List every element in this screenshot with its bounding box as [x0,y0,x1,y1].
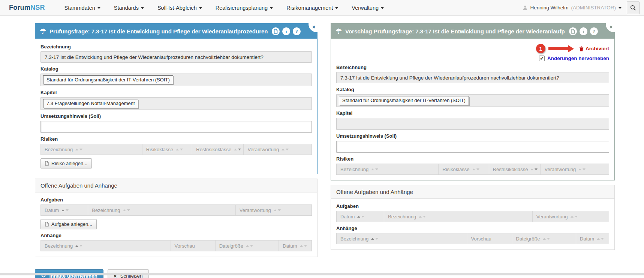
aufgaben-table-header: Datum Bezeichnung Verantwortung [40,204,312,216]
archiviert-button[interactable]: Archiviert [579,46,609,51]
close-icon[interactable]: × [309,16,325,32]
info-icon[interactable]: i [580,27,587,35]
column-datum[interactable]: Datum [279,240,312,251]
column-bezeichnung[interactable]: Bezeichnung [41,240,171,251]
column-verantwortung[interactable]: Verantwortung [533,211,609,222]
sort-icons [246,245,253,247]
annotation-step-1: 1 [536,44,545,53]
kapitel-field[interactable]: 7.3 Fragestellungen Notfall-Management [40,97,312,110]
user-icon [523,5,527,10]
pdf-export-icon[interactable] [569,27,577,35]
umsetzungshinweis-label: Umsetzungshinweis (Soll) [40,113,312,119]
column-restrisikoklasse[interactable]: Restrisikoklasse [489,164,541,174]
menu-risikomanagement[interactable]: Risikomanagement [281,1,343,15]
column-bezeichnung[interactable]: Bezeichnung [41,144,142,155]
bezeichnung-field[interactable]: 7.3-17 Ist die Entwicklung und Pflege de… [336,72,609,83]
column-datum[interactable]: Datum [576,233,609,244]
sort-icons [371,238,378,240]
user-menu[interactable]: Henning Wilhelm (ADMINISTRATOR) [523,5,622,11]
column-bezeichnung[interactable]: Bezeichnung [88,205,235,215]
search-button[interactable] [627,2,640,14]
sort-icons [123,209,130,211]
menu-verwaltung[interactable]: Verwaltung [346,1,389,15]
sort-icons [357,216,364,218]
logo-part-nsr: NSR [30,4,45,11]
risiken-table-header: Bezeichnung Risikoklasse Restrisikoklass… [40,144,312,155]
umsetzungshinweis-field[interactable] [40,121,312,133]
anhaenge-table-header: Bezeichnung Vorschau Dateigröße Datum [40,240,312,251]
trash-icon [579,46,584,51]
column-bezeichnung[interactable]: Bezeichnung [384,211,533,222]
menu-soll-ist-abgleich[interactable]: Soll-Ist-Abgleich [152,1,207,15]
column-dateigroesse[interactable]: Dateigröße [512,233,576,244]
column-bezeichnung[interactable]: Bezeichnung [337,233,467,244]
search-icon [630,5,636,11]
umsetzungshinweis-field[interactable] [336,141,609,153]
offene-aufgaben-card-right: Offene Aufgaben und Anhänge Aufgaben Dat… [331,185,615,250]
user-name: Henning Wilhelm [530,5,568,11]
pdf-export-icon[interactable] [272,27,280,35]
aufgaben-label: Aufgaben [40,197,312,203]
menu-realisierungsplanung[interactable]: Realisierungsplanung [210,1,278,15]
katalog-label: Katalog [336,87,609,92]
sort-icons [75,245,82,247]
katalog-tag[interactable]: Standard für Ordnungsmäßigkeit der IT-Ve… [339,96,469,105]
highlight-row: ✔ Änderungen hervorheben [336,56,609,61]
umbrella-icon: ☂ [335,28,342,35]
column-restrisikoklasse[interactable]: Restrisikoklasse [192,144,244,155]
card-title: Offene Aufgaben und Anhänge [331,185,614,199]
chevron-down-icon [141,7,144,9]
bezeichnung-label: Bezeichnung [336,65,609,70]
risiko-anlegen-button[interactable]: Risiko anlegen... [40,158,92,168]
info-icon[interactable]: i [282,27,290,35]
column-risikoklasse[interactable]: Risikoklasse [142,144,193,155]
aenderungen-label[interactable]: Änderungen hervorheben [547,56,609,61]
katalog-field[interactable]: Standard für Ordnungsmäßigkeit der IT-Ve… [336,94,609,107]
archive-row: 1 Archiviert [336,44,609,53]
column-datum[interactable]: Datum [337,211,384,222]
column-verantwortung[interactable]: Verantwortung [541,164,609,174]
sort-icons [300,245,307,247]
app-logo[interactable]: ForumNSR [9,4,45,12]
column-verantwortung[interactable]: Verantwortung [244,144,312,155]
column-vorschau[interactable]: Vorschau [467,233,512,244]
sort-icons [543,238,550,240]
chevron-down-icon [270,7,273,9]
help-icon[interactable]: ? [293,27,301,35]
column-dateigroesse[interactable]: Dateigröße [216,240,279,251]
sort-icons [472,168,479,170]
sort-icons [597,238,604,240]
umsetzungshinweis-label: Umsetzungshinweis (Soll) [336,133,609,139]
column-verantwortung[interactable]: Verantwortung [236,205,312,215]
new-document-icon [45,222,49,227]
column-risikoklasse[interactable]: Risikoklasse [439,164,489,174]
pruefungsfrage-panel-title: Prüfungsfrage: 7.3-17 Ist die Entwicklun… [49,28,268,35]
pruefungsfrage-panel-header: ☂ Prüfungsfrage: 7.3-17 Ist die Entwickl… [35,24,317,39]
sort-icons [419,216,426,218]
menu-stammdaten[interactable]: Stammdaten [59,1,106,15]
dialog-area: × ☂ Prüfungsfrage: 7.3-17 Ist die Entwic… [0,16,644,275]
menu-standards[interactable]: Standards [109,1,149,15]
sort-icons [176,149,183,150]
kapitel-tag[interactable]: 7.3 Fragestellungen Notfall-Management [43,99,138,108]
chevron-down-icon [381,7,384,9]
help-icon[interactable]: ? [590,27,598,35]
column-vorschau[interactable]: Vorschau [171,240,216,251]
kapitel-field[interactable] [336,118,609,130]
katalog-field[interactable]: Standard für Ordnungsmäßigkeit der IT-Ve… [40,74,312,86]
katalog-tag[interactable]: Standard für Ordnungsmäßigkeit der IT-Ve… [43,75,173,84]
chevron-down-icon [619,7,622,9]
aenderungen-checkbox[interactable]: ✔ [539,56,545,61]
column-datum[interactable]: Datum [41,205,88,215]
risiken-table-header: Bezeichnung Risikoklasse Restrisikoklass… [336,164,609,175]
column-bezeichnung[interactable]: Bezeichnung [337,164,439,174]
bezeichnung-field[interactable]: 7.3-17 Ist die Entwicklung und Pflege de… [40,51,312,63]
kapitel-label: Kapitel [40,90,312,95]
close-icon[interactable]: × [606,16,622,32]
bottom-strip [0,273,644,275]
risiken-label: Risiken [336,156,609,162]
logo-part-forum: Forum [9,4,30,11]
sort-icons [75,149,82,150]
anhaenge-table-header: Bezeichnung Vorschau Dateigröße Datum [336,233,609,244]
aufgabe-anlegen-button[interactable]: Aufgabe anlegen... [40,219,97,229]
